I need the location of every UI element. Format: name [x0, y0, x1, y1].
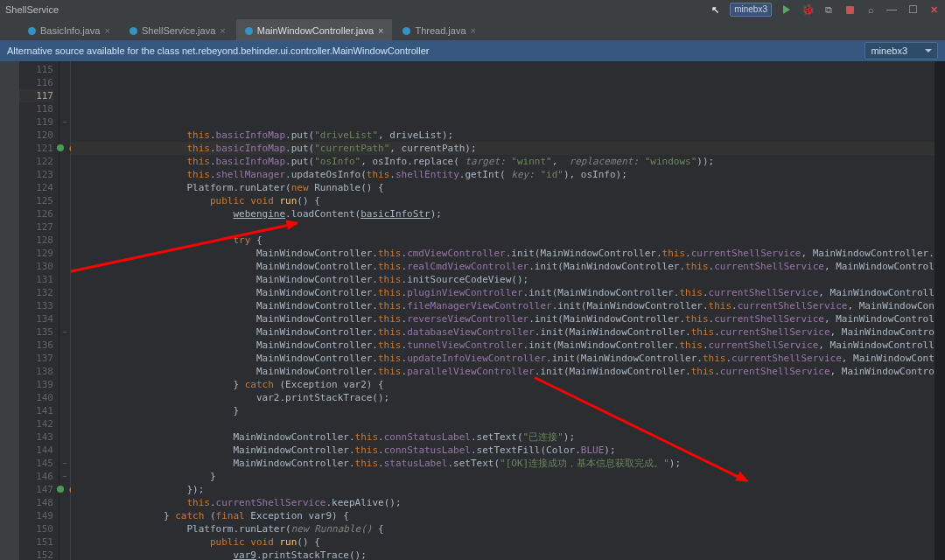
minimize-icon[interactable]: — — [886, 4, 898, 16]
run-config-dropdown[interactable]: minebx3 — [730, 3, 772, 17]
tab-label: ShellService.java — [142, 25, 215, 36]
collapse-arrow-icon[interactable]: ↖ — [709, 4, 721, 16]
class-file-icon — [402, 27, 410, 35]
dropdown-label: minebx3 — [871, 46, 907, 56]
stop-icon[interactable] — [844, 4, 856, 16]
window-titlebar: ShellService ↖ minebx3 🐞 ⧉ ⌕ — ☐ ✕ — [0, 0, 945, 19]
tab-label: BasicInfo.java — [40, 25, 100, 36]
editor-tabs: BasicInfo.java × ShellService.java × Mai… — [0, 19, 945, 40]
tab-mainwindowcontroller[interactable]: MainWindowController.java × — [236, 19, 393, 40]
run-with-coverage-icon[interactable]: ⧉ — [822, 4, 835, 16]
tab-label: MainWindowController.java — [257, 25, 374, 36]
search-icon[interactable]: ⌕ — [864, 4, 877, 16]
window-title: ShellService — [5, 4, 59, 15]
tab-basicinfo[interactable]: BasicInfo.java × — [19, 19, 119, 40]
run-icon[interactable] — [780, 4, 793, 16]
vertical-scrollbar[interactable] — [934, 61, 945, 560]
tab-label: Thread.java — [415, 25, 466, 36]
source-dropdown[interactable]: minebx3 — [864, 42, 938, 60]
class-file-icon — [245, 27, 253, 35]
chevron-down-icon — [925, 49, 932, 52]
close-tab-icon[interactable]: × — [104, 25, 109, 36]
close-tab-icon[interactable]: × — [220, 25, 225, 36]
close-tab-icon[interactable]: × — [471, 25, 476, 36]
close-icon[interactable]: ✕ — [928, 4, 940, 16]
tab-thread[interactable]: Thread.java × — [394, 19, 485, 40]
line-number-gutter[interactable]: 115116117118119120121o122123124125126127… — [19, 61, 60, 560]
tab-shellservice[interactable]: ShellService.java × — [121, 19, 234, 40]
alternative-source-banner: Alternative source available for the cla… — [0, 40, 945, 61]
debug-icon[interactable]: 🐞 — [802, 4, 814, 16]
banner-text: Alternative source available for the cla… — [7, 46, 429, 56]
left-tool-strip[interactable] — [0, 61, 19, 560]
close-tab-icon[interactable]: × — [378, 25, 383, 36]
editor-area: 115116117118119120121o122123124125126127… — [0, 61, 945, 560]
class-file-icon — [28, 27, 36, 35]
code-editor[interactable]: this.basicInfoMap.put("driveList", drive… — [71, 61, 934, 560]
maximize-icon[interactable]: ☐ — [906, 4, 919, 16]
class-file-icon — [130, 27, 137, 35]
